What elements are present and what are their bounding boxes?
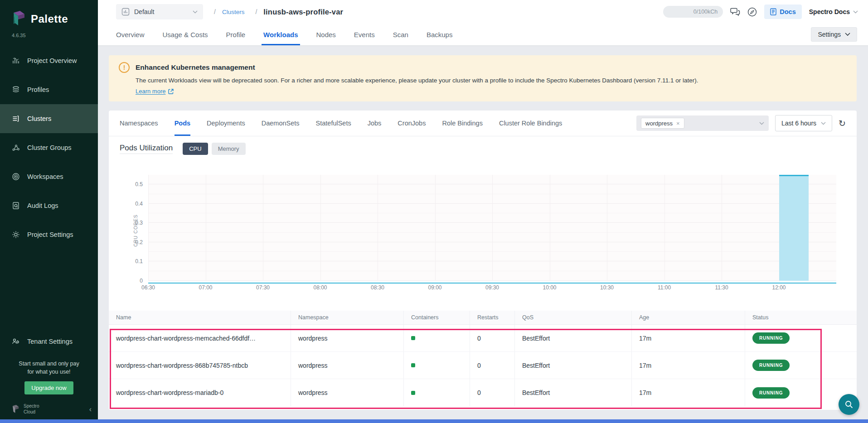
tab-usage-costs[interactable]: Usage & Costs [163,24,208,45]
profiles-icon [11,85,20,94]
tab-backups[interactable]: Backups [427,24,453,45]
tab-workloads[interactable]: Workloads [263,24,298,45]
tab-events[interactable]: Events [354,24,375,45]
pod-containers [403,379,470,406]
cpu-toggle-button[interactable]: CPU [183,143,208,155]
column-header-status: Status [745,311,857,324]
sidebar-item-cluster-groups[interactable]: Cluster Groups [0,133,98,162]
tenant-settings-icon [11,337,20,346]
pod-containers [403,325,470,351]
chevron-down-icon [845,33,850,36]
subtab-jobs[interactable]: Jobs [368,111,382,136]
pod-restarts: 0 [470,352,514,379]
top-bar: Default / Clusters / linusb-aws-profile-… [98,0,868,24]
sidebar-item-profiles[interactable]: Profiles [0,75,98,104]
subtab-cluster-role-bindings[interactable]: Cluster Role Bindings [499,111,562,136]
sidebar-bottom: Tenant Settings Start small and only pay… [0,327,98,423]
x-tick-label: 10:30 [600,284,614,291]
upgrade-now-button[interactable]: Upgrade now [24,381,73,394]
tab-nodes[interactable]: Nodes [316,24,336,45]
gridline-vertical [550,175,550,281]
subtab-namespaces[interactable]: Namespaces [120,111,158,136]
breadcrumb-clusters-link[interactable]: Clusters [222,9,245,15]
x-tick-label: 08:30 [371,284,384,291]
project-icon [121,8,130,16]
gridline-vertical [263,175,263,281]
app-window: Palette 4.6.35 Project OverviewProfilesC… [0,0,868,423]
subtab-statefulsets[interactable]: StatefulSets [316,111,351,136]
brand-footer: Spectro Cloud ‹ [0,394,98,419]
pod-namespace: wordpress [291,325,403,351]
help-chat-button[interactable] [839,394,859,415]
x-tick-label: 11:00 [658,284,671,291]
sidebar-item-audit-logs[interactable]: Audit Logs [0,191,98,220]
refresh-icon[interactable]: ↻ [839,119,846,128]
subtab-pods[interactable]: Pods [175,111,190,136]
gridline-vertical [664,175,665,281]
content-area: ! Enhanced Kubernetes management The cur… [98,45,868,423]
x-tick-label: 11:30 [715,284,728,291]
project-selector[interactable]: Default [116,4,203,19]
chat-icon[interactable] [730,7,740,16]
gridline-vertical [722,175,722,281]
sidebar-item-label: Project Overview [27,57,77,64]
app-version: 4.6.35 [0,30,98,46]
sidebar-item-tenant-settings[interactable]: Tenant Settings [0,327,98,356]
pod-status: RUNNING [745,325,857,351]
sidebar-item-label: Tenant Settings [27,338,73,345]
x-tick-label: 10:00 [543,284,556,291]
table-row[interactable]: wordpress-chart-wordpress-868b745785-ntb… [109,352,857,379]
sidebar-item-clusters[interactable]: Clusters [0,104,98,133]
docs-button[interactable]: Docs [764,5,801,19]
x-tick-label: 09:00 [428,284,441,291]
container-status-square [411,336,415,340]
project-settings-icon [11,230,20,239]
table-row[interactable]: wordpress-chart-wordpress-memcached-66df… [109,325,857,352]
table-row[interactable]: wordpress-chart-wordpress-mariadb-0wordp… [109,379,857,406]
sidebar-item-workspaces[interactable]: Workspaces [0,162,98,191]
tab-scan[interactable]: Scan [393,24,408,45]
y-tick-label: 0 [140,278,143,284]
memory-toggle-button[interactable]: Memory [212,143,246,155]
pods-table: NameNamespaceContainersRestartsQoSAgeSta… [109,311,857,406]
workspaces-icon [11,172,20,181]
y-tick-label: 0.2 [135,239,143,245]
sidebar-item-label: Workspaces [27,173,63,180]
namespace-filter-select[interactable]: wordpress × [636,115,769,131]
breadcrumb-separator: / [255,8,257,15]
sidebar-item-project-settings[interactable]: Project Settings [0,220,98,249]
search-chat-icon [844,399,854,409]
remove-filter-icon[interactable]: × [676,120,680,127]
project-overview-icon [11,56,20,65]
tab-overview[interactable]: Overview [116,24,145,45]
pod-age: 17m [631,352,745,379]
column-header-restarts: Restarts [470,311,514,324]
settings-button[interactable]: Settings [811,27,857,42]
gridline-vertical [607,175,607,281]
subtab-cronjobs[interactable]: CronJobs [398,111,426,136]
compass-icon[interactable] [747,7,757,17]
sidebar-item-label: Profiles [27,86,49,93]
tab-profile[interactable]: Profile [226,24,246,45]
pod-age: 17m [631,379,745,406]
bottom-strip [0,419,868,423]
palette-logo: Palette [0,0,98,30]
column-header-containers: Containers [403,311,470,324]
subtab-daemonsets[interactable]: DaemonSets [262,111,300,136]
cpu-utilization-chart: CPU CORES 00.10.20.30.40.506:3007:0007:3… [109,161,857,311]
pod-namespace: wordpress [291,352,403,379]
x-tick-label: 06:30 [141,284,155,291]
column-header-age: Age [631,311,745,324]
subtab-deployments[interactable]: Deployments [207,111,245,136]
subtab-role-bindings[interactable]: Role Bindings [442,111,482,136]
time-range-select[interactable]: Last 6 hours [775,115,832,131]
gridline-vertical [492,175,493,281]
learn-more-link[interactable]: Learn more [136,88,174,95]
sidebar-collapse-icon[interactable]: ‹ [89,405,92,413]
y-tick-label: 0.5 [135,181,143,187]
status-badge: RUNNING [752,387,790,399]
tenant-menu[interactable]: Spectro Docs [809,8,858,15]
sidebar-item-project-overview[interactable]: Project Overview [0,46,98,75]
chevron-down-icon [759,122,764,125]
gridline-vertical [320,175,321,281]
